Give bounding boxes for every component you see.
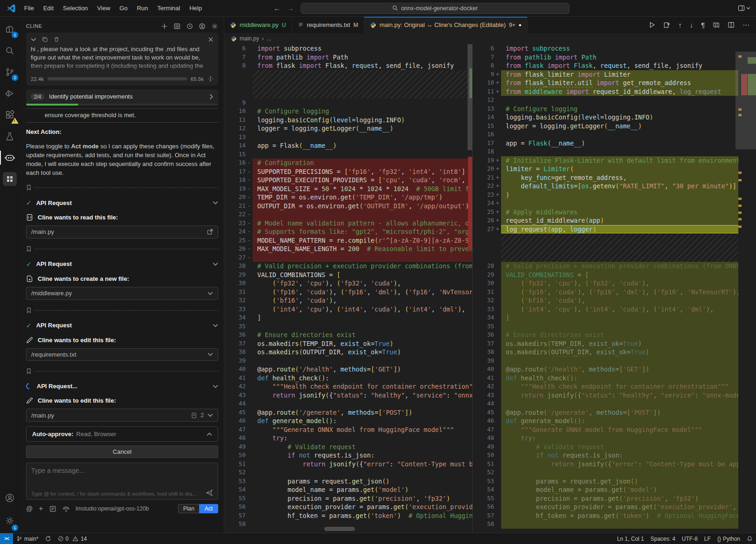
code-line[interactable]: 11logging.basicConfig(level=logging.INFO… [224,116,472,125]
code-line[interactable]: 42 """Health check endpoint for containe… [473,382,756,391]
tab-middleware-py[interactable]: middleware.py U [224,17,292,33]
code-line[interactable]: 44 [473,399,756,408]
menu-file[interactable]: File [20,3,38,13]
code-line[interactable]: 11+from middleware import request_id_mid… [473,87,756,96]
code-line[interactable]: 43 return jsonify({"status": "healthy", … [224,391,472,400]
code-line[interactable]: 12 [473,96,756,105]
add-context-icon[interactable]: + [39,504,43,513]
encoding[interactable]: UTF-8 [679,536,701,542]
sync-status[interactable] [42,533,54,544]
code-line[interactable]: 45@app.route('/generate', methods=['POST… [224,408,472,417]
more-actions-icon[interactable]: ⋯ [743,21,749,28]
code-line[interactable]: 7from pathlib import Path [224,53,472,62]
code-line[interactable]: 39 [224,357,472,365]
code-line[interactable]: 15 [224,150,472,159]
code-line[interactable]: 18-SUPPORTED_EXECUTION_PROVIDERS = ['cpu… [224,176,472,185]
code-line[interactable]: 31 ('fp16', 'cuda'), ('fp16', 'dml'), ('… [473,288,756,297]
menu-view[interactable]: View [94,3,114,13]
code-line[interactable]: 19-MAX_MODEL_SIZE = 50 * 1024 * 1024 * 1… [224,185,472,193]
file-path-box[interactable]: /requirements.txt [26,348,218,361]
split-editor-icon[interactable] [728,21,735,28]
accounts-button[interactable] [0,487,20,509]
code-line[interactable]: 16 [473,130,756,139]
code-line[interactable]: 35 [224,322,472,331]
code-line[interactable]: 38os.makedirs(OUTPUT_DIR, exist_ok=True) [224,348,472,357]
act-mode-button[interactable]: Act [199,504,218,513]
code-line[interactable]: 18 [473,147,756,156]
code-line[interactable]: 9+from flask_limiter import Limiter [473,70,756,79]
code-line[interactable]: 8from flask import Flask, request, send_… [224,61,472,70]
settings-gear-icon[interactable] [211,23,218,30]
code-line[interactable]: 49 # Validate request [224,443,472,451]
code-line[interactable]: 6import subprocess [473,44,756,53]
code-line[interactable]: 50 if not request.is_json: [473,451,756,460]
file-path-box[interactable]: /main.py 2 [26,409,218,422]
code-line[interactable]: 47 """Generate ONNX model from HuggingFa… [473,425,756,434]
tab-main-py-diff[interactable]: main.py: Original ↔ Cline's Changes (Edi… [364,17,528,33]
tab-requirements-txt[interactable]: requirements.txt M [292,17,364,33]
todo-progress[interactable]: 2/4 Identify potential improvements [26,89,218,106]
code-line[interactable]: 29VALID_COMBINATIONS = [ [473,271,756,279]
code-line[interactable]: 33 ('int4', 'cpu'), ('int4', 'cuda'), ('… [473,305,756,314]
file-path-box[interactable]: /middleware.py [26,287,218,300]
code-line[interactable]: 51 return jsonify({"error": "Content-Typ… [224,460,472,469]
code-line[interactable]: 28# Valid precision + execution provider… [224,262,472,271]
code-line[interactable]: 44 [224,399,472,408]
code-line[interactable]: 32 ('bf16', 'cuda'), [224,296,472,305]
plan-mode-button[interactable]: Plan [178,504,199,513]
code-line[interactable]: 23-# Model name validation pattern - all… [224,219,472,228]
code-line[interactable]: 51 return jsonify({"error": "Content-Typ… [473,460,756,469]
code-line[interactable]: 13# Configure logging [473,105,756,113]
code-line[interactable]: 27- [224,253,472,262]
dirty-indicator[interactable]: ● [519,22,522,27]
code-line[interactable]: 57 hf_token = params.get('token') # Opti… [224,511,472,520]
code-line[interactable]: 22+ default_limits=[os.getenv("RATE_LIMI… [473,182,756,191]
code-line[interactable]: 20-TEMP_DIR = os.environ.get('TEMP_DIR',… [224,193,472,202]
chevron-down-icon[interactable] [207,352,213,356]
rules-icon[interactable] [49,505,56,512]
scrollbar-left[interactable] [468,44,472,150]
auto-approve-bar[interactable]: Auto-approve: Read, Browser [26,426,218,442]
activity-source-control[interactable]: 2 [0,61,20,83]
code-line[interactable]: 32 ('bf16', 'cuda'), [473,296,756,305]
menu-help[interactable]: Help [186,3,206,13]
code-line[interactable]: 24+ [473,199,756,208]
cancel-button[interactable]: Cancel [26,445,218,458]
chevron-down-icon[interactable] [207,413,213,417]
code-line[interactable]: 14app = Flask(__name__) [224,141,472,150]
bookmark-icon[interactable] [26,368,32,374]
code-line[interactable]: 42 """Health check endpoint for containe… [224,382,472,391]
activity-extensions[interactable] [0,104,20,126]
code-line[interactable]: 56 execution_provider = params.get('exec… [473,503,756,511]
back-arrow-icon[interactable]: ← [274,4,281,12]
code-line[interactable]: 24-# Supports formats like: "gpt2", "mic… [224,227,472,236]
code-line[interactable]: 38os.makedirs(OUTPUT_DIR, exist_ok=True) [473,348,756,357]
code-line[interactable]: 40@app.route('/health', methods=['GET']) [224,365,472,374]
menu-go[interactable]: Go [116,3,131,13]
code-line[interactable]: 26+request_id_middleware(app) [473,216,756,225]
code-line[interactable]: 58 [473,520,756,529]
code-line[interactable]: 29VALID_COMBINATIONS = [ [224,271,472,279]
chevron-down-icon[interactable] [207,292,213,295]
api-request-row-active[interactable]: API Request... [26,383,218,390]
code-line[interactable]: 36# Ensure directories exist [224,331,472,339]
file-path-box[interactable]: /main.py [26,226,218,239]
code-line[interactable]: 46def generate_model(): [224,417,472,425]
code-line[interactable]: 54 model_name = params.get('model') [224,485,472,494]
code-line[interactable]: 12logger = logging.getLogger(__name__) [224,124,472,133]
scrollbar-right[interactable] [736,52,756,149]
activity-cline[interactable] [0,147,20,168]
indentation[interactable]: Spaces: 4 [647,536,678,542]
eol-sequence[interactable]: LF [701,536,714,542]
bookmark-icon[interactable] [26,185,32,191]
code-line[interactable]: 19+# Initialize Flask-Limiter with defau… [473,156,756,165]
breadcrumb[interactable]: main.py › ... [224,33,756,44]
code-line[interactable]: 57 hf_token = params.get('token') # Opti… [473,511,756,520]
task-text[interactable]: hi , please have a look at the project, … [31,45,214,71]
code-line[interactable]: 52 [224,468,472,477]
code-line[interactable]: 14logging.basicConfig(level=logging.INFO… [473,113,756,122]
problems-status[interactable]: 0 14 [54,533,90,544]
bookmark-icon[interactable] [26,246,32,252]
menu-run[interactable]: Run [133,3,152,13]
code-line[interactable]: 55 precision = params.get('precision', '… [473,494,756,503]
